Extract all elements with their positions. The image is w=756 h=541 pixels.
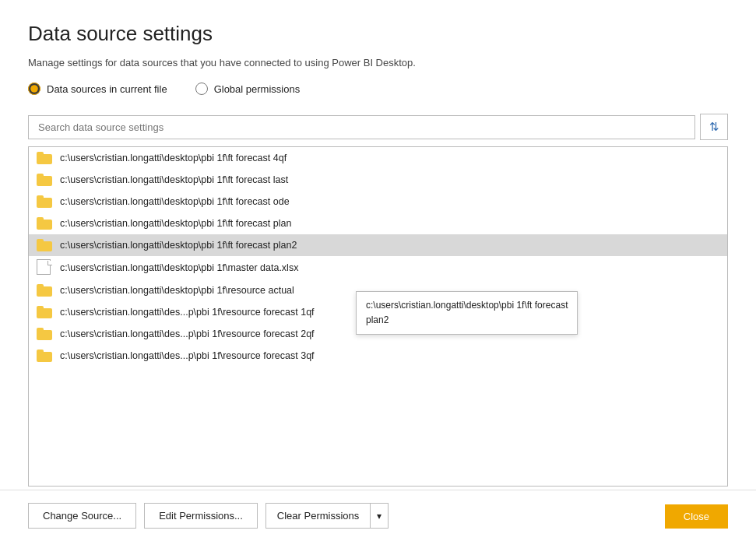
- list-item[interactable]: c:\users\cristian.longatti\des...p\pbi 1…: [29, 301, 727, 323]
- folder-icon: [37, 217, 52, 230]
- radio-global-permissions-input[interactable]: [195, 83, 208, 95]
- change-source-button[interactable]: Change Source...: [28, 503, 136, 529]
- list-item[interactable]: c:\users\cristian.longatti\desktop\pbi 1…: [29, 191, 727, 213]
- edit-permissions-button[interactable]: Edit Permissions...: [144, 503, 258, 529]
- list-item-text: c:\users\cristian.longatti\des...p\pbi 1…: [60, 307, 315, 318]
- list-item-text: c:\users\cristian.longatti\desktop\pbi 1…: [60, 218, 291, 229]
- search-input[interactable]: [28, 115, 695, 139]
- list-item[interactable]: c:\users\cristian.longatti\des...p\pbi 1…: [29, 323, 727, 345]
- radio-current-file[interactable]: Data sources in current file: [28, 83, 167, 95]
- list-item[interactable]: c:\users\cristian.longatti\desktop\pbi 1…: [29, 147, 727, 169]
- list-item[interactable]: c:\users\cristian.longatti\des...p\pbi 1…: [29, 345, 727, 367]
- folder-icon: [37, 328, 52, 340]
- clear-permissions-button[interactable]: Clear Permissions: [265, 503, 370, 529]
- radio-global-permissions[interactable]: Global permissions: [195, 83, 301, 95]
- list-item[interactable]: c:\users\cristian.longatti\desktop\pbi 1…: [29, 279, 727, 301]
- folder-icon: [37, 152, 52, 164]
- folder-icon: [37, 306, 52, 318]
- close-button[interactable]: Close: [665, 504, 728, 529]
- list-item-text: c:\users\cristian.longatti\desktop\pbi 1…: [60, 240, 297, 251]
- list-item-text: c:\users\cristian.longatti\desktop\pbi 1…: [60, 153, 287, 163]
- dialog-subtitle: Manage settings for data sources that yo…: [28, 57, 728, 69]
- list-container: c:\users\cristian.longatti\desktop\pbi 1…: [28, 146, 728, 487]
- clear-permissions-dropdown[interactable]: ▾: [370, 503, 389, 529]
- data-source-settings-dialog: Data source settings Manage settings for…: [0, 0, 756, 541]
- folder-icon: [37, 284, 52, 297]
- folder-icon: [37, 239, 52, 251]
- radio-current-file-label: Data sources in current file: [47, 83, 167, 95]
- list-item-text: c:\users\cristian.longatti\desktop\pbi 1…: [60, 262, 298, 273]
- list-item-text: c:\users\cristian.longatti\des...p\pbi 1…: [60, 328, 315, 339]
- search-bar-row: ⇅: [28, 114, 728, 140]
- list-item[interactable]: c:\users\cristian.longatti\desktop\pbi 1…: [29, 256, 727, 279]
- sort-button[interactable]: ⇅: [700, 114, 728, 140]
- footer: Change Source... Edit Permissions... Cle…: [0, 490, 756, 541]
- folder-icon: [37, 174, 52, 186]
- radio-group: Data sources in current file Global perm…: [28, 83, 728, 95]
- radio-current-file-input[interactable]: [28, 83, 40, 95]
- dialog-title: Data source settings: [28, 22, 728, 46]
- list-item-text: c:\users\cristian.longatti\desktop\pbi 1…: [60, 285, 294, 296]
- clear-permissions-split: Clear Permissions ▾: [265, 503, 389, 529]
- list-item[interactable]: c:\users\cristian.longatti\desktop\pbi 1…: [29, 213, 727, 234]
- folder-icon: [37, 195, 52, 208]
- list-item[interactable]: c:\users\cristian.longatti\desktop\pbi 1…: [29, 234, 727, 256]
- dialog-header: Data source settings Manage settings for…: [0, 0, 756, 114]
- list-item-text: c:\users\cristian.longatti\des...p\pbi 1…: [60, 350, 315, 361]
- list-inner[interactable]: c:\users\cristian.longatti\desktop\pbi 1…: [29, 147, 727, 486]
- list-item-text: c:\users\cristian.longatti\desktop\pbi 1…: [60, 174, 288, 185]
- file-icon: [37, 261, 52, 275]
- radio-global-permissions-label: Global permissions: [214, 83, 301, 95]
- folder-icon: [37, 350, 52, 362]
- list-item-text: c:\users\cristian.longatti\desktop\pbi 1…: [60, 196, 290, 207]
- list-item[interactable]: c:\users\cristian.longatti\desktop\pbi 1…: [29, 169, 727, 191]
